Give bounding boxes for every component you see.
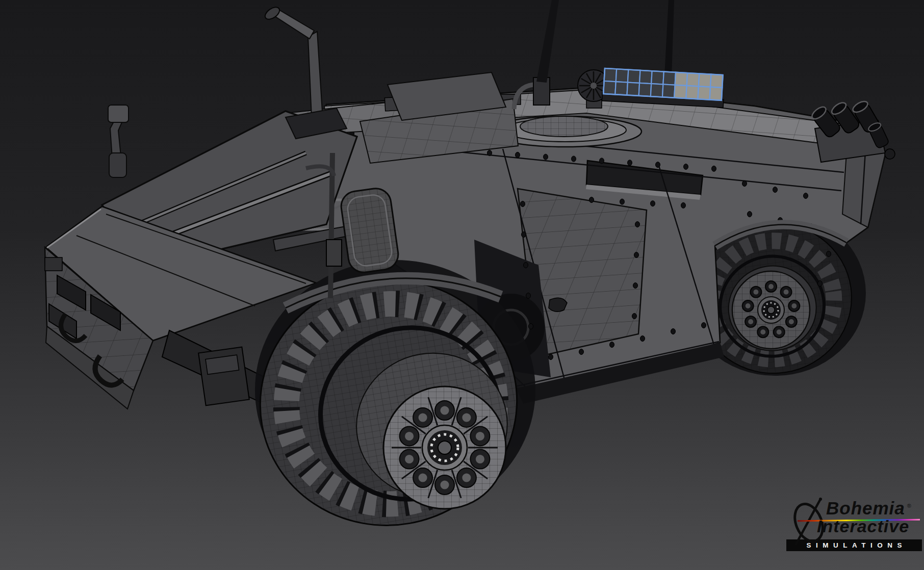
smoke-grenade-launchers [810, 99, 895, 162]
periscope-mast [108, 105, 129, 177]
selected-panel [602, 68, 725, 108]
antenna-right [664, 0, 674, 76]
viewport-3d-render: Bohemia® Interactive SIMULATIONS [0, 0, 924, 570]
bohemia-logo: Bohemia® Interactive SIMULATIONS [786, 496, 924, 558]
logo-registered-mark: ® [907, 503, 912, 509]
vehicle-wireframe-render [0, 0, 924, 570]
front-wheel [241, 260, 536, 546]
logo-brand-line2: Interactive [817, 517, 924, 535]
logo-brand-line1: Bohemia® [826, 497, 924, 517]
